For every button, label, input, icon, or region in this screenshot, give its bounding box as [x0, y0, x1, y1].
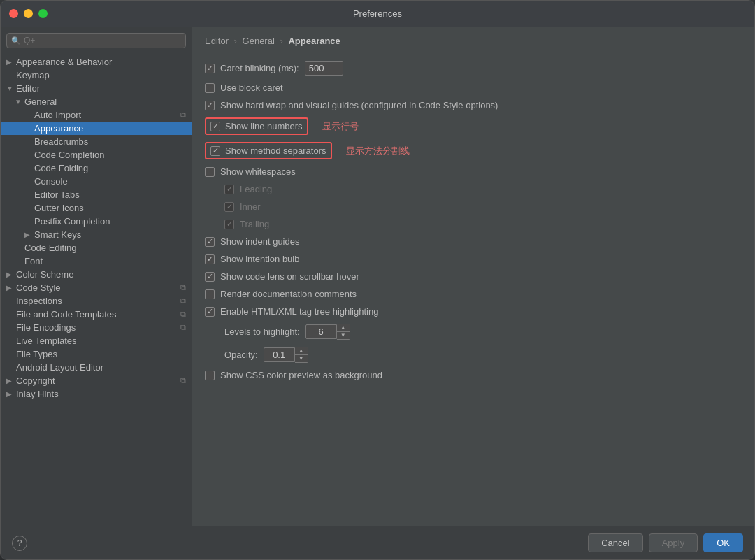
chevron-right-icon: ▶ — [6, 58, 16, 66]
show-css-color-row: Show CSS color preview as background — [205, 366, 738, 384]
sidebar-item-label: Postfix Completion — [34, 216, 110, 227]
breadcrumb: Editor › General › Appearance — [192, 27, 754, 52]
sidebar-item-code-editing[interactable]: Code Editing — [1, 241, 192, 254]
render-documentation-row: Render documentation comments — [205, 285, 738, 303]
sidebar-item-android-layout-editor[interactable]: Android Layout Editor — [1, 361, 192, 374]
sidebar-item-code-folding[interactable]: Code Folding — [1, 161, 192, 175]
leading-checkbox[interactable] — [224, 185, 234, 194]
enable-html-xml-label: Enable HTML/XML tag tree highlighting — [220, 306, 378, 317]
sidebar-item-inlay-hints[interactable]: ▶ Inlay Hints — [1, 387, 192, 401]
minimize-button[interactable] — [24, 9, 33, 18]
close-button[interactable] — [9, 9, 18, 18]
sidebar-item-postfix-completion[interactable]: Postfix Completion — [1, 215, 192, 228]
show-method-separators-annotation: 显示方法分割线 — [346, 145, 410, 157]
levels-input[interactable] — [305, 324, 337, 339]
sidebar-item-editor-tabs[interactable]: Editor Tabs — [1, 188, 192, 201]
sidebar-item-general[interactable]: ▼ General — [1, 95, 192, 108]
trailing-row: Trailing — [205, 215, 738, 233]
copy-icon: ⧉ — [180, 376, 186, 385]
sidebar-item-font[interactable]: Font — [1, 254, 192, 268]
show-code-lens-checkbox[interactable] — [205, 272, 215, 282]
inner-checkbox[interactable] — [224, 202, 234, 212]
search-input[interactable] — [24, 36, 181, 45]
sidebar-item-label: Color Scheme — [16, 269, 73, 280]
sidebar-item-label: File Types — [16, 349, 57, 359]
sidebar-item-editor[interactable]: ▼ Editor — [1, 82, 192, 95]
opacity-down-button[interactable]: ▼ — [295, 355, 308, 362]
sidebar-item-appearance-behavior[interactable]: ▶ Appearance & Behavior — [1, 55, 192, 69]
levels-spinner: ▲ ▼ — [305, 324, 350, 340]
settings-panel: Caret blinking (ms): Use block caret Sho… — [192, 52, 754, 526]
help-button[interactable]: ? — [12, 536, 27, 551]
opacity-up-button[interactable]: ▲ — [295, 347, 308, 355]
sidebar-item-label: Code Editing — [24, 243, 76, 253]
show-method-separators-row: Show method separators 显示方法分割线 — [205, 138, 738, 163]
levels-highlight-row: Levels to highlight: ▲ ▼ — [205, 320, 738, 343]
levels-up-button[interactable]: ▲ — [337, 324, 350, 332]
sidebar-item-label: Gutter Icons — [34, 203, 84, 213]
copy-icon: ⧉ — [180, 283, 186, 292]
sidebar-item-keymap[interactable]: Keymap — [1, 69, 192, 82]
sidebar-item-appearance[interactable]: Appearance — [1, 122, 192, 135]
opacity-input[interactable] — [264, 347, 295, 362]
levels-label: Levels to highlight: — [224, 326, 300, 337]
opacity-spinner: ▲ ▼ — [264, 347, 308, 363]
search-box[interactable]: 🔍 — [6, 33, 186, 48]
sidebar-item-file-encodings[interactable]: File Encodings ⧉ — [1, 321, 192, 334]
caret-blinking-input[interactable] — [305, 61, 343, 76]
render-documentation-label: Render documentation comments — [220, 289, 357, 299]
levels-down-button[interactable]: ▼ — [337, 332, 350, 339]
sidebar-item-copyright[interactable]: ▶ Copyright ⧉ — [1, 374, 192, 387]
sidebar-item-smart-keys[interactable]: ▶ Smart Keys — [1, 228, 192, 241]
show-line-numbers-row: Show line numbers 显示行号 — [205, 114, 738, 138]
footer: ? Cancel Apply OK — [1, 526, 754, 559]
search-icon: 🔍 — [11, 36, 21, 45]
caret-blinking-checkbox[interactable] — [205, 64, 215, 73]
sidebar-item-file-types[interactable]: File Types — [1, 347, 192, 361]
use-block-caret-checkbox[interactable] — [205, 83, 215, 93]
enable-html-xml-checkbox[interactable] — [205, 307, 215, 317]
show-indent-guides-checkbox[interactable] — [205, 237, 215, 247]
show-hard-wrap-checkbox[interactable] — [205, 101, 215, 110]
show-method-separators-checkbox[interactable] — [210, 146, 220, 156]
show-line-numbers-highlight: Show line numbers — [205, 117, 308, 135]
apply-button[interactable]: Apply — [649, 533, 698, 552]
sidebar-item-console[interactable]: Console — [1, 175, 192, 188]
cancel-button[interactable]: Cancel — [588, 533, 642, 552]
sidebar-item-label: Inspections — [16, 296, 62, 306]
breadcrumb-general: General — [243, 36, 275, 46]
sidebar-item-live-templates[interactable]: Live Templates — [1, 334, 192, 347]
show-method-separators-highlight: Show method separators — [205, 142, 332, 159]
show-line-numbers-checkbox[interactable] — [210, 122, 220, 131]
sidebar-item-code-completion[interactable]: Code Completion — [1, 148, 192, 161]
ok-button[interactable]: OK — [703, 533, 743, 552]
sidebar-tree: ▶ Appearance & Behavior Keymap ▼ Editor … — [1, 52, 192, 526]
levels-spinner-buttons: ▲ ▼ — [337, 324, 350, 340]
render-documentation-checkbox[interactable] — [205, 289, 215, 299]
show-css-color-checkbox[interactable] — [205, 371, 215, 380]
trailing-checkbox[interactable] — [224, 220, 234, 229]
sidebar-item-gutter-icons[interactable]: Gutter Icons — [1, 201, 192, 215]
use-block-caret-label: Use block caret — [220, 82, 283, 93]
sidebar-item-auto-import[interactable]: Auto Import ⧉ — [1, 108, 192, 122]
use-block-caret-row: Use block caret — [205, 79, 738, 96]
sidebar-item-label: Font — [24, 256, 43, 266]
maximize-button[interactable] — [38, 9, 48, 18]
chevron-right-icon: ▶ — [6, 377, 16, 385]
leading-label: Leading — [240, 184, 272, 194]
sidebar-item-label: Appearance & Behavior — [16, 57, 112, 67]
sidebar-item-label: Editor Tabs — [34, 189, 80, 200]
caret-blinking-label: Caret blinking (ms): — [220, 63, 299, 73]
show-whitespaces-checkbox[interactable] — [205, 167, 215, 177]
sidebar-item-color-scheme[interactable]: ▶ Color Scheme — [1, 268, 192, 281]
show-intention-bulb-row: Show intention bulb — [205, 250, 738, 268]
sidebar-item-label: Editor — [16, 83, 40, 94]
sidebar-item-inspections[interactable]: Inspections ⧉ — [1, 294, 192, 308]
chevron-right-icon: ▶ — [6, 390, 16, 398]
show-intention-bulb-checkbox[interactable] — [205, 254, 215, 264]
sidebar-item-code-style[interactable]: ▶ Code Style ⧉ — [1, 281, 192, 294]
titlebar: Preferences — [1, 1, 754, 27]
show-indent-guides-label: Show indent guides — [220, 236, 299, 247]
sidebar-item-breadcrumbs[interactable]: Breadcrumbs — [1, 135, 192, 148]
sidebar-item-file-code-templates[interactable]: File and Code Templates ⧉ — [1, 308, 192, 321]
